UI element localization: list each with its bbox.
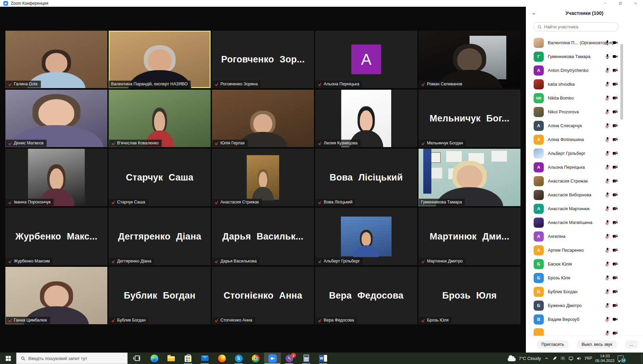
participant-row[interactable]: ББасюк Юлія <box>526 257 643 271</box>
action-center-icon[interactable]: 14 <box>618 356 624 361</box>
microphone-muted-icon <box>605 192 610 198</box>
participant-row[interactable]: ААліна Філіпишина <box>526 133 643 146</box>
participant-status-icons <box>605 275 618 281</box>
mail-taskbar-button[interactable] <box>196 353 213 364</box>
microsoft-store-taskbar-button[interactable] <box>180 353 196 364</box>
video-tile-stohniienko-anna[interactable]: Стогнієнко АннаСтогнієнко Анна <box>212 267 314 324</box>
participant-row[interactable]: Валентина П...(Организатор, я) <box>526 36 643 50</box>
invite-button[interactable]: Пригласить <box>537 340 568 348</box>
show-desktop-button[interactable] <box>641 354 643 363</box>
video-tile-alona-pernitska[interactable]: ААльона Перніцька <box>315 31 417 88</box>
participant-row[interactable]: ААліна Слесарчук <box>526 119 643 133</box>
camera-muted-icon <box>612 109 618 115</box>
video-tile-vova-lisitskyi[interactable]: Вова ЛісіцькийВова Лісіцький <box>315 149 417 206</box>
more-options-button[interactable]: ... <box>625 340 638 348</box>
participant-row[interactable]: ВВадим Верозуб <box>526 312 643 326</box>
tile-participant-name: Галина Оліх <box>14 82 38 86</box>
restore-button[interactable] <box>613 0 628 7</box>
taskbar-clock[interactable]: 14:33 05.04.2022 <box>595 354 615 363</box>
participant-row[interactable]: AAnton Dmytrychenko <box>526 63 643 77</box>
participant-row[interactable]: ААртем Писаренко <box>526 243 643 257</box>
feather-app-icon[interactable] <box>552 356 557 361</box>
firefox-icon <box>218 355 226 362</box>
video-tile-anastasiia-stryzhak[interactable]: Анастасия Стрижак <box>212 149 314 206</box>
tile-nameplate: Старчук Саша <box>109 199 148 206</box>
task-view-taskbar-button[interactable] <box>129 353 146 364</box>
participant-row[interactable]: NBNikita Bomko <box>526 91 643 105</box>
participant-status-icons <box>605 206 618 212</box>
participant-search-input[interactable] <box>544 24 618 29</box>
video-tile-albert-hrilberh[interactable]: Альберт Грільберг <box>315 208 417 265</box>
participant-status-icons <box>605 178 618 184</box>
participant-row[interactable]: ГГуменникова Тамара <box>526 50 643 63</box>
tray-chevron-up-icon[interactable] <box>544 356 549 361</box>
video-tile-broz-yulia[interactable]: Брозь ЮляБрозь Юля <box>419 267 520 324</box>
camera-on-icon <box>612 40 618 46</box>
participant-row[interactable]: ААльона Перніцька <box>526 160 643 174</box>
video-tile-humennykova-tamara[interactable]: Гуменникова Тамара <box>419 149 520 206</box>
participant-row[interactable]: Анастасія Виборнова <box>526 188 643 202</box>
edge-taskbar-button[interactable] <box>146 353 163 364</box>
network-icon[interactable] <box>568 356 573 361</box>
skype-taskbar-button[interactable]: S <box>230 353 247 364</box>
participants-scrollbar[interactable] <box>620 44 623 120</box>
participant-row[interactable]: ББублик Богдан <box>526 285 643 299</box>
speaker-icon[interactable] <box>577 356 582 361</box>
participant-row[interactable]: Анастасия Стрижак <box>526 174 643 188</box>
zoom-taskbar-button[interactable] <box>264 353 281 364</box>
participant-row[interactable]: Альберт Грільберг <box>526 146 643 160</box>
calculator-icon <box>303 355 309 362</box>
video-tile-bublyk-bohdan[interactable]: Бублик БогданБублик Богдан <box>109 267 211 324</box>
video-tile-denys-matvieiev[interactable]: Денис Матвєєв <box>5 90 107 147</box>
video-tile-vera-fedosova[interactable]: Вера ФедосоваВера Федосова <box>315 267 417 324</box>
weather-cloud-icon[interactable] <box>508 358 516 361</box>
video-tile-viacheslav-kovalenko[interactable]: В'ячеслав Коваленко <box>109 90 211 147</box>
participant-row[interactable]: ААнастасія Мартинюк <box>526 202 643 216</box>
close-button[interactable] <box>628 0 643 7</box>
tile-participant-name: Альберт Грільберг <box>324 259 360 263</box>
participant-status-icons <box>605 54 618 59</box>
participant-row[interactable]: ААнгеліна <box>526 229 643 243</box>
calculator-taskbar-button[interactable] <box>298 353 315 364</box>
participant-row[interactable]: Nikol Prozorova <box>526 105 643 119</box>
video-tile-ivanna-porokhonchuk[interactable]: Іванна Порохончук <box>5 149 107 206</box>
snip-tool-icon[interactable] <box>560 356 565 361</box>
video-tile-hanna-tsymbaliuk[interactable]: Ганна Цимбалюк <box>5 267 107 324</box>
language-indicator[interactable]: УКР <box>585 356 592 361</box>
weather-text[interactable]: 7°C Cloudy <box>519 356 541 361</box>
mute-all-button[interactable]: Выкл. весь звук <box>577 340 617 348</box>
video-tile-lylyia-kuznetsova[interactable]: Лилия Кузнецова <box>315 90 417 147</box>
participant-row[interactable]: ББуженко Дмитро <box>526 299 643 312</box>
video-tile-starchuk-sasha[interactable]: Старчук СашаСтарчук Саша <box>109 149 211 206</box>
file-explorer-taskbar-button[interactable] <box>163 353 180 364</box>
participants-title: Участники (100) <box>526 10 643 16</box>
participant-row[interactable]: katia shvudka <box>526 77 643 91</box>
chrome-taskbar-button[interactable] <box>247 353 264 364</box>
participant-search[interactable] <box>534 22 619 31</box>
word-taskbar-button[interactable]: W <box>315 353 331 364</box>
video-tile-yuliia-herlakh[interactable]: Юлія Герлах <box>212 90 314 147</box>
video-tile-rohovchenko-zoriana[interactable]: Роговченко Зор...Роговченко Зоряна <box>212 31 314 88</box>
firefox-taskbar-button[interactable] <box>213 353 230 364</box>
video-tile-melnychuk-bohdan[interactable]: Мельничук Бог...Мельничук Богдан <box>419 90 520 147</box>
participant-row[interactable] <box>526 326 643 336</box>
taskbar-search[interactable] <box>16 353 128 364</box>
tile-participant-name: Іванна Порохончук <box>14 200 51 204</box>
viber-taskbar-button[interactable]: 2 <box>281 353 298 364</box>
minimize-button[interactable] <box>597 0 613 7</box>
video-tile-martyniuk-dmytro[interactable]: Мартинюк Дми...Мартинюк Дмитро <box>419 208 520 265</box>
taskbar-search-input[interactable] <box>28 356 127 361</box>
video-tile-valentyna-parandii[interactable]: Валентина Парандій, експерт НАЗЯВО <box>109 31 211 88</box>
participant-row[interactable]: ББрозь Юля <box>526 271 643 285</box>
start-button[interactable] <box>0 353 16 364</box>
video-tile-dehtiarenko-diana[interactable]: Дегтяренко ДіанаДегтяренко Діана <box>109 208 211 265</box>
tile-nameplate: Юлія Герлах <box>212 140 248 147</box>
video-tile-daria-vasylkova[interactable]: Дарья Васильк...Дарья Василькова <box>212 208 314 265</box>
camera-muted-icon <box>612 261 618 267</box>
participant-row[interactable]: Анастасія Матвіїшина <box>526 216 643 229</box>
video-tile-zhurbenko-maksym[interactable]: Журбенко Макс...Журбенко Максим <box>5 208 107 265</box>
participant-name: Брозь Юля <box>548 275 570 280</box>
video-tile-halyna-olikh[interactable]: Галина Оліх <box>5 31 107 88</box>
video-tile-roman-selyvanov[interactable]: Роман Селиванов <box>419 31 520 88</box>
tile-display-name: Вера Федосова <box>329 290 404 301</box>
